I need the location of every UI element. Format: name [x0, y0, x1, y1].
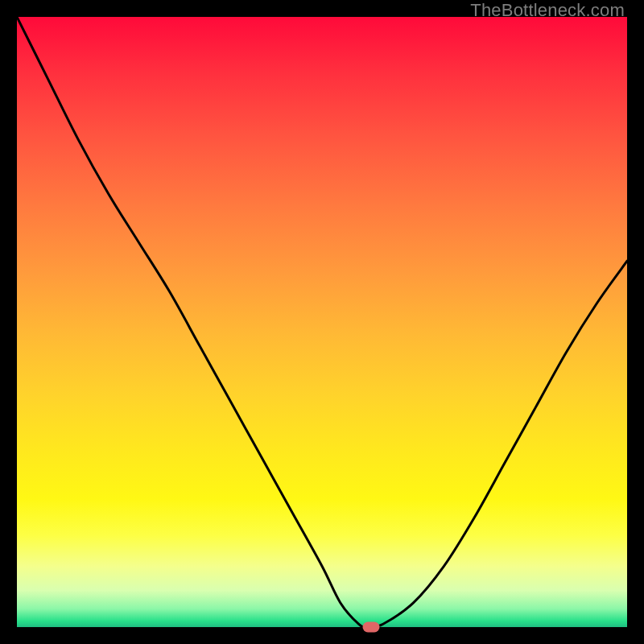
chart-frame: TheBottleneck.com [0, 0, 644, 644]
plot-area [17, 17, 627, 627]
curve-path [17, 17, 627, 627]
bottleneck-curve [17, 17, 627, 627]
optimum-marker [362, 622, 379, 633]
